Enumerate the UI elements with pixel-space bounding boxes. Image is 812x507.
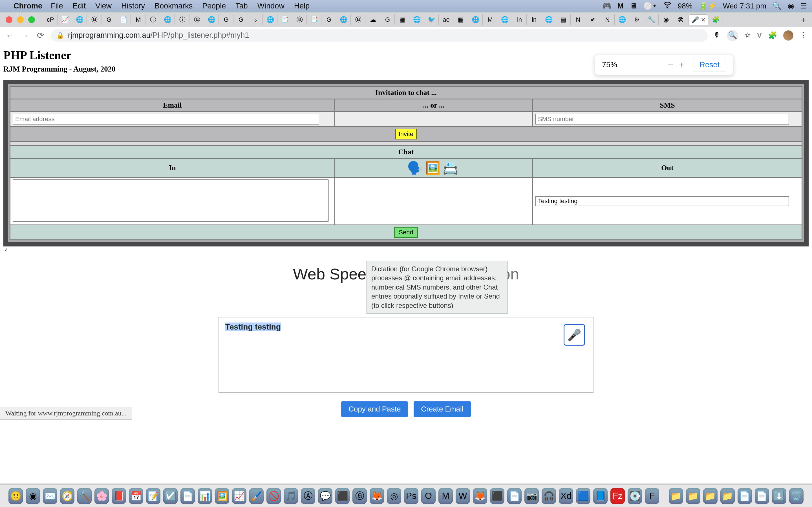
tab-item[interactable]: 📄 <box>117 14 131 25</box>
tab-item[interactable]: ⓘ <box>175 14 190 25</box>
dock-contacts-icon[interactable]: 📕 <box>112 488 126 504</box>
dock-vscode-icon[interactable]: 🟦 <box>576 488 591 504</box>
dock-firefox-icon[interactable]: 🦊 <box>370 488 384 504</box>
control-center-icon[interactable]: ☰ <box>801 2 807 10</box>
tab-item[interactable]: N <box>571 14 585 25</box>
create-email-button[interactable]: Create Email <box>414 401 470 417</box>
dock-paintbrush-icon[interactable]: 🖌️ <box>249 488 264 504</box>
menu-edit[interactable]: Edit <box>73 2 86 10</box>
tab-item[interactable]: ae <box>439 14 453 25</box>
dock-numbers-icon[interactable]: 📈 <box>232 488 246 504</box>
display-icon[interactable]: 🖥 <box>630 2 637 10</box>
tab-item[interactable]: 🛠 <box>674 14 688 25</box>
dock-trash-icon[interactable]: 🗑️ <box>789 488 804 504</box>
dock-chrome-icon[interactable]: ◎ <box>387 488 401 504</box>
email-input[interactable] <box>13 114 319 124</box>
menu-help[interactable]: Help <box>294 2 310 10</box>
siri-icon[interactable]: ◉ <box>788 2 794 10</box>
dock-doc-icon[interactable]: 📄 <box>738 488 752 504</box>
tab-item[interactable]: 📑 <box>278 14 292 25</box>
tab-item[interactable]: ▤ <box>557 14 571 25</box>
profile-avatar[interactable] <box>783 31 794 41</box>
dock-safari-icon[interactable]: 🧭 <box>60 488 74 504</box>
dock-music-icon[interactable]: 🎵 <box>284 488 298 504</box>
dock-folder3-icon[interactable]: 📁 <box>703 488 718 504</box>
menu-bookmarks[interactable]: Bookmarks <box>154 2 193 10</box>
back-button[interactable]: ← <box>5 31 15 40</box>
tab-item[interactable]: ✔ <box>586 14 600 25</box>
tab-item[interactable]: ⚙ <box>630 14 644 25</box>
window-minimize-button[interactable] <box>17 16 24 23</box>
reload-button[interactable]: ⟳ <box>36 31 45 40</box>
menu-tab[interactable]: Tab <box>236 2 248 10</box>
dock-audacity-icon[interactable]: 🎧 <box>542 488 556 504</box>
app-name[interactable]: Chrome <box>13 2 42 10</box>
tab-item[interactable]: 🌐 <box>615 14 629 25</box>
m-icon[interactable]: M <box>617 2 624 10</box>
dock-m-icon[interactable]: M <box>439 488 453 504</box>
dock-finder2-icon[interactable]: 📘 <box>593 488 608 504</box>
tab-item[interactable]: ⓐ <box>190 14 204 25</box>
copy-paste-button[interactable]: Copy and Paste <box>341 401 408 417</box>
dock-cam-icon[interactable]: 📷 <box>524 488 539 504</box>
tab-item[interactable]: ◉ <box>659 14 673 25</box>
tab-item[interactable]: M <box>132 14 146 25</box>
tab-item[interactable]: 🐦 <box>424 14 439 25</box>
forward-button[interactable]: → <box>20 31 30 40</box>
dock-photoshop-icon[interactable]: Ps <box>404 488 418 504</box>
window-zoom-button[interactable] <box>28 16 35 23</box>
menu-window[interactable]: Window <box>257 2 285 10</box>
dock-calendar-icon[interactable]: 📅 <box>129 488 143 504</box>
tab-item[interactable]: ⓘ <box>146 14 160 25</box>
tab-item[interactable]: cP <box>43 14 57 25</box>
extension-v-icon[interactable]: V <box>757 31 762 40</box>
tab-item[interactable]: 🌐 <box>498 14 512 25</box>
menu-file[interactable]: File <box>51 2 63 10</box>
tab-item[interactable]: in <box>513 14 527 25</box>
dock-terminal2-icon[interactable]: ⬛ <box>490 488 504 504</box>
dock-finder-icon[interactable]: 🙂 <box>8 488 23 504</box>
tab-item[interactable]: 🌐 <box>542 14 556 25</box>
tab-item[interactable]: ⓐ <box>351 14 365 25</box>
tab-item[interactable]: ⓐ <box>87 14 101 25</box>
tab-item[interactable]: 🧩 <box>709 14 723 25</box>
dock-appstore-icon[interactable]: Ⓐ <box>301 488 315 504</box>
dock-photos-icon[interactable]: 🌸 <box>94 488 109 504</box>
tab-item[interactable]: ⓐ <box>293 14 307 25</box>
tab-item[interactable]: 🌐 <box>205 14 219 25</box>
dock-downloads-icon[interactable]: ⬇️ <box>772 488 786 504</box>
tab-item[interactable]: 📑 <box>307 14 321 25</box>
menubar-clock[interactable]: Wed 7:31 pm <box>723 2 766 10</box>
tab-item[interactable]: ▦ <box>395 14 409 25</box>
dock-reminders-icon[interactable]: ☑️ <box>163 488 177 504</box>
bluetooth-icon[interactable]: ⚪᛭ <box>644 2 657 10</box>
mic-button[interactable]: 🎤 <box>564 324 585 346</box>
tab-item[interactable]: 🌐 <box>410 14 424 25</box>
battery-icon[interactable]: 🔋⚡ <box>699 2 717 10</box>
dock-keynote-icon[interactable]: 📊 <box>198 488 212 504</box>
tab-item[interactable]: G <box>380 14 395 25</box>
invite-button[interactable]: Invite <box>395 129 417 139</box>
dock-messages-icon[interactable]: 💬 <box>318 488 333 504</box>
new-tab-button[interactable]: ＋ <box>798 14 809 25</box>
dock-folder-icon[interactable]: 📁 <box>669 488 683 504</box>
dock-notes-icon[interactable]: 📝 <box>146 488 160 504</box>
dock-mail-icon[interactable]: ✉️ <box>43 488 57 504</box>
chat-in-textarea[interactable] <box>13 179 329 222</box>
tab-close-icon[interactable]: ✕ <box>701 16 706 24</box>
zoom-indicator-icon[interactable]: 🔍 <box>727 30 738 41</box>
sms-input[interactable] <box>536 114 789 124</box>
speech-result-box[interactable]: Testing testing 🎤 <box>218 317 594 393</box>
tab-item[interactable]: 🌐 <box>73 14 87 25</box>
tab-item[interactable]: ⬨ <box>249 14 263 25</box>
tab-item[interactable]: G <box>322 14 336 25</box>
tab-item[interactable]: 🌐 <box>263 14 277 25</box>
menu-view[interactable]: View <box>95 2 112 10</box>
dock-disk-icon[interactable]: 💽 <box>627 488 642 504</box>
tab-item[interactable]: 🔧 <box>645 14 659 25</box>
bookmark-star-icon[interactable]: ☆ <box>744 31 751 40</box>
menu-history[interactable]: History <box>121 2 145 10</box>
chat-mid-icons[interactable]: 🗣️🖼️📇 <box>407 161 460 175</box>
dock-amazon-icon[interactable]: ⓐ <box>352 488 367 504</box>
omnibox[interactable]: 🔒 rjmprogramming.com.au/PHP/php_listener… <box>51 29 708 42</box>
